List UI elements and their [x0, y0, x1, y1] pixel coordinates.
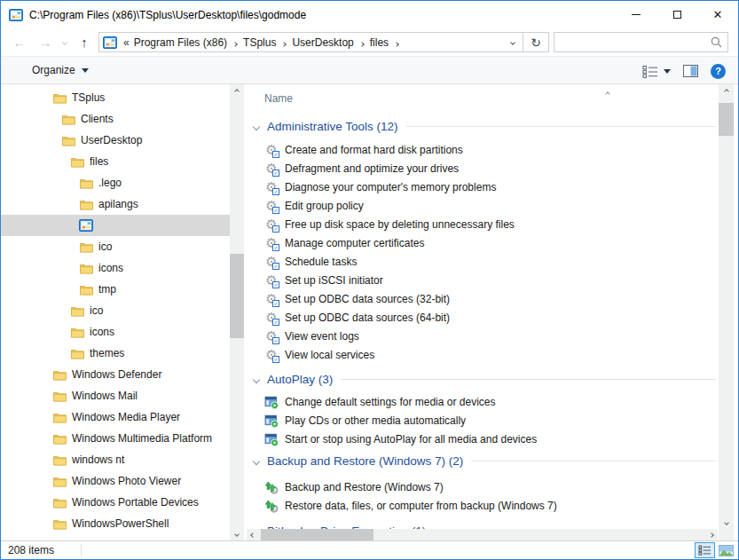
breadcrumb-item[interactable]: files — [368, 36, 390, 49]
minimize-button[interactable] — [616, 1, 656, 28]
tree-item[interactable]: UserDesktop — [1, 130, 230, 151]
autoplay-icon — [264, 414, 279, 428]
tree-item[interactable]: ico — [1, 236, 230, 257]
task-item-label: Schedule tasks — [285, 256, 357, 268]
tree-scrollbar-thumb[interactable] — [230, 254, 244, 338]
breadcrumb-item[interactable]: Program Files (x86) — [132, 36, 229, 49]
task-item[interactable]: ⚙✓Set up ODBC data sources (32-bit) — [247, 289, 718, 308]
group-header[interactable]: Administrative Tools (12) — [247, 116, 718, 136]
tree-item[interactable]: Windows Multimedia Platform — [1, 428, 230, 449]
folder-icon — [52, 389, 67, 403]
tree-item[interactable]: TSplus — [1, 87, 230, 108]
task-item[interactable]: Play CDs or other media automatically — [247, 411, 718, 430]
breadcrumb-chevron-icon[interactable] — [233, 36, 237, 49]
back-button[interactable]: ← — [8, 28, 31, 56]
recent-locations-dropdown[interactable] — [57, 28, 73, 56]
items-scrollbar-thumb[interactable] — [719, 103, 734, 136]
scroll-left-icon[interactable] — [247, 529, 259, 540]
name-column-header[interactable]: Name — [264, 92, 293, 105]
tree-item[interactable]: Windows Defender — [1, 364, 230, 385]
admin-icon: ⚙✓ — [264, 255, 279, 269]
breadcrumb-chevron-icon[interactable] — [282, 36, 286, 49]
task-item[interactable]: ⚙✓Free up disk space by deleting unneces… — [247, 215, 718, 233]
tree-item[interactable]: Windows Portable Devices — [1, 492, 230, 513]
group-header[interactable]: AutoPlay (3) — [247, 369, 718, 389]
address-bar[interactable]: « Program Files (x86)TSplusUserDesktopfi… — [98, 32, 549, 52]
minimize-icon — [632, 14, 641, 15]
tree-item[interactable]: Windows Photo Viewer — [1, 470, 230, 492]
task-item[interactable]: ⚙✓View event logs — [247, 327, 718, 345]
preview-pane-button[interactable] — [683, 65, 698, 77]
task-item[interactable]: ⚙✓Defragment and optimize your drives — [247, 159, 718, 177]
task-item[interactable]: Start or stop using AutoPlay for all med… — [247, 430, 718, 448]
folder-icon — [52, 453, 67, 467]
task-item[interactable]: Backup and Restore (Windows 7) — [247, 477, 718, 496]
breadcrumb-overflow-icon[interactable]: « — [123, 36, 130, 49]
admin-icon: ⚙✓ — [264, 143, 279, 157]
group-header[interactable]: Backup and Restore (Windows 7) (2) — [247, 451, 718, 470]
task-item[interactable]: Change default settings for media or dev… — [247, 392, 718, 411]
scroll-down-icon[interactable] — [230, 527, 244, 540]
tree-item[interactable]: WindowsPowerShell — [1, 513, 230, 534]
help-button[interactable]: ? — [711, 64, 726, 79]
folder-icon — [79, 261, 93, 275]
scrollbar-corner — [719, 529, 734, 540]
maximize-button[interactable] — [656, 1, 697, 28]
tree-item[interactable]: themes — [1, 343, 230, 364]
tree-item[interactable]: windows nt — [1, 449, 230, 470]
change-view-button[interactable] — [642, 65, 671, 78]
scroll-down-icon[interactable] — [719, 516, 734, 529]
task-item[interactable]: ⚙✓Manage computer certificates — [247, 233, 718, 252]
scroll-up-icon[interactable] — [719, 84, 734, 98]
up-button[interactable]: ↑ — [74, 28, 95, 56]
tree-item[interactable]: ico — [1, 300, 230, 321]
sort-ascending-icon[interactable] — [606, 86, 609, 99]
items-scrollbar[interactable] — [719, 84, 734, 529]
tree-scrollbar[interactable] — [230, 84, 244, 540]
breadcrumb-chevron-icon[interactable] — [395, 36, 398, 49]
task-item[interactable]: ⚙✓Edit group policy — [247, 196, 718, 215]
tree-item-label: ico — [90, 304, 103, 317]
task-item[interactable]: ⚙✓Create and format hard disk partitions — [247, 140, 718, 159]
folder-icon — [70, 154, 84, 169]
tree-item[interactable]: tmp — [1, 279, 230, 300]
tree-item[interactable]: Clients — [1, 108, 230, 130]
close-button[interactable]: ✕ — [697, 1, 738, 28]
tree-item[interactable]: icons — [1, 257, 230, 279]
tree-item[interactable] — [1, 534, 230, 540]
tree-item[interactable]: Windows Media Player — [1, 406, 230, 428]
task-item[interactable]: ⚙✓Set up ODBC data sources (64-bit) — [247, 308, 718, 327]
breadcrumb-item[interactable]: TSplus — [241, 36, 278, 49]
task-item[interactable]: ⚙✓Set up iSCSI initiator — [247, 271, 718, 289]
organize-button[interactable]: Organize — [32, 64, 89, 76]
chevron-down-icon[interactable] — [254, 120, 259, 132]
refresh-button[interactable]: ↻ — [523, 33, 548, 51]
tree-item-godmode[interactable] — [1, 215, 230, 236]
task-item-label: Set up iSCSI initiator — [285, 274, 383, 287]
chevron-down-icon[interactable] — [254, 454, 259, 467]
tree-item-label: UserDesktop — [81, 134, 142, 146]
tree-item[interactable]: .lego — [1, 172, 230, 193]
horizontal-scrollbar-thumb[interactable] — [261, 529, 373, 540]
task-item[interactable]: ⚙✓Schedule tasks — [247, 252, 718, 271]
tree-item[interactable]: Windows Mail — [1, 385, 230, 406]
items-horizontal-scrollbar[interactable] — [247, 529, 718, 540]
scroll-right-icon[interactable] — [705, 529, 718, 540]
scroll-up-icon[interactable] — [230, 84, 244, 98]
tree-item[interactable]: files — [1, 151, 230, 172]
chevron-down-icon[interactable] — [254, 373, 259, 385]
address-dropdown-button[interactable] — [503, 33, 523, 51]
search-input[interactable] — [554, 33, 711, 51]
thumbnail-view-toggle[interactable] — [716, 542, 736, 558]
search-icon[interactable] — [711, 36, 722, 48]
details-view-toggle[interactable] — [695, 542, 715, 558]
tree-item[interactable]: apilangs — [1, 193, 230, 215]
task-item[interactable]: Restore data, files, or computer from ba… — [247, 496, 718, 515]
tree-item[interactable]: icons — [1, 321, 230, 343]
forward-button[interactable]: → — [34, 28, 57, 56]
breadcrumb-item[interactable]: UserDesktop — [290, 36, 355, 49]
breadcrumb-chevron-icon[interactable] — [360, 36, 364, 49]
group-section: AutoPlay (3)Change default settings for … — [247, 369, 718, 448]
task-item[interactable]: ⚙✓Diagnose your computer's memory proble… — [247, 177, 718, 196]
task-item[interactable]: ⚙✓View local services — [247, 345, 718, 364]
